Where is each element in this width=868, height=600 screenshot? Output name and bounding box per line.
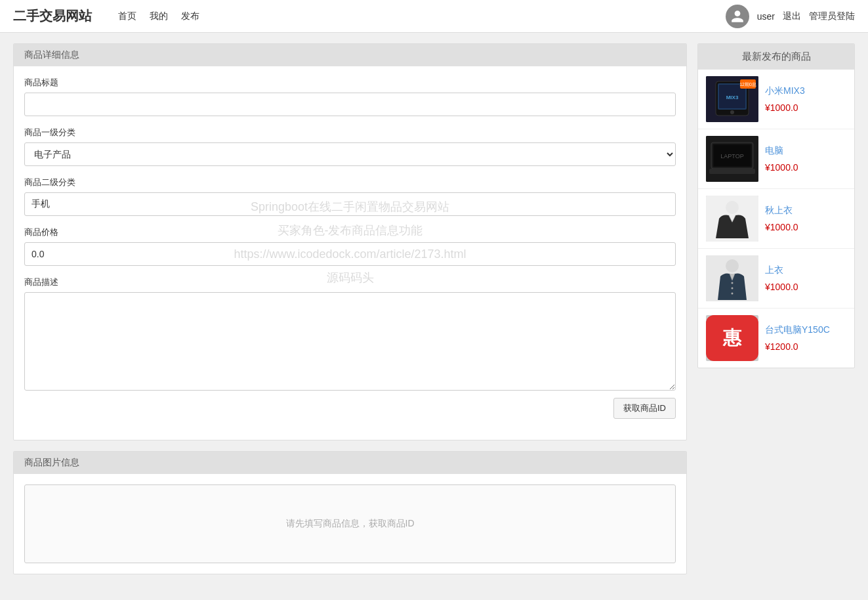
hui-icon: 惠 <box>706 315 758 361</box>
main-nav: 首页 我的 发布 <box>118 11 199 22</box>
svg-point-5 <box>730 110 734 114</box>
desc-textarea[interactable] <box>24 292 676 391</box>
price-group: 商品价格 <box>24 226 676 266</box>
title-group: 商品标题 <box>24 77 676 116</box>
image-section: 商品图片信息 请先填写商品信息，获取商品ID <box>13 451 687 574</box>
product-info: 台式电脑Y150C ¥1200.0 <box>765 324 846 352</box>
list-item[interactable]: 惠 台式电脑Y150C ¥1200.0 <box>698 309 854 368</box>
get-id-button[interactable]: 获取商品ID <box>613 398 676 419</box>
product-thumb-jacket <box>706 196 758 242</box>
desc-label: 商品描述 <box>24 276 676 288</box>
admin-login-link[interactable]: 管理员登陆 <box>809 11 855 22</box>
price-label: 商品价格 <box>24 226 676 238</box>
image-upload-area[interactable]: 请先填写商品信息，获取商品ID <box>24 484 676 563</box>
product-price: ¥1200.0 <box>765 341 846 352</box>
product-price: ¥1000.0 <box>765 222 846 232</box>
product-price: ¥1000.0 <box>765 162 846 173</box>
nav-publish[interactable]: 发布 <box>181 11 199 22</box>
svg-rect-12 <box>709 169 755 174</box>
product-list: MIX3 12期0息 小米MIX3 ¥1000.0 <box>698 70 854 368</box>
list-item[interactable]: MIX3 12期0息 小米MIX3 ¥1000.0 <box>698 70 854 129</box>
product-name: 小米MIX3 <box>765 85 846 97</box>
nav-mine[interactable]: 我的 <box>150 11 168 22</box>
site-logo: 二手交易网站 <box>13 7 92 25</box>
category1-group: 商品一级分类 电子产品 服装 家具 其他 <box>24 127 676 166</box>
image-placeholder: 请先填写商品信息，获取商品ID <box>286 518 415 530</box>
list-item[interactable]: 上衣 ¥1000.0 <box>698 249 854 309</box>
svg-point-17 <box>726 259 739 272</box>
category2-label: 商品二级分类 <box>24 177 676 188</box>
svg-text:LAPTOP: LAPTOP <box>720 153 743 160</box>
image-section-title: 商品图片信息 <box>14 452 686 474</box>
product-thumb-coat <box>706 255 758 301</box>
avatar <box>726 5 749 28</box>
svg-text:MIX3: MIX3 <box>726 95 739 100</box>
category1-label: 商品一级分类 <box>24 127 676 139</box>
product-thumb-laptop: LAPTOP <box>706 136 758 182</box>
product-detail-body: Springboot在线二手闲置物品交易网站 买家角色-发布商品信息功能 htt… <box>14 66 686 440</box>
left-panel: 商品详细信息 Springboot在线二手闲置物品交易网站 买家角色-发布商品信… <box>13 43 687 574</box>
product-name: 电脑 <box>765 145 846 157</box>
product-name: 台式电脑Y150C <box>765 324 846 336</box>
svg-point-15 <box>726 201 739 214</box>
product-detail-section: 商品详细信息 Springboot在线二手闲置物品交易网站 买家角色-发布商品信… <box>13 43 687 440</box>
title-label: 商品标题 <box>24 77 676 89</box>
product-thumb-hui: 惠 <box>706 315 758 361</box>
product-thumb-xiaomi: MIX3 12期0息 <box>706 76 758 122</box>
svg-text:12期0息: 12期0息 <box>739 82 756 87</box>
category1-select[interactable]: 电子产品 服装 家具 其他 <box>24 142 676 166</box>
svg-point-19 <box>732 288 734 289</box>
image-section-body: 请先填写商品信息，获取商品ID <box>14 474 686 574</box>
svg-point-20 <box>732 293 734 295</box>
right-panel: 最新发布的商品 MIX3 12期0 <box>697 43 855 574</box>
logout-link[interactable]: 退出 <box>783 11 801 22</box>
product-info: 秋上衣 ¥1000.0 <box>765 205 846 232</box>
sidebar-title: 最新发布的商品 <box>698 44 854 70</box>
username: user <box>757 11 775 22</box>
product-name: 秋上衣 <box>765 205 846 217</box>
main-container: 商品详细信息 Springboot在线二手闲置物品交易网站 买家角色-发布商品信… <box>0 33 868 585</box>
nav-home[interactable]: 首页 <box>118 11 136 22</box>
product-info: 小米MIX3 ¥1000.0 <box>765 85 846 113</box>
svg-point-18 <box>732 282 734 284</box>
list-item[interactable]: LAPTOP 电脑 ¥1000.0 <box>698 129 854 189</box>
product-name: 上衣 <box>765 265 846 276</box>
sidebar-section: 最新发布的商品 MIX3 12期0 <box>697 43 855 368</box>
title-input[interactable] <box>24 93 676 116</box>
header-right: user 退出 管理员登陆 <box>726 5 855 28</box>
header: 二手交易网站 首页 我的 发布 user 退出 管理员登陆 <box>0 0 868 33</box>
product-detail-title: 商品详细信息 <box>14 44 686 66</box>
desc-group: 商品描述 获取商品ID <box>24 276 676 419</box>
product-price: ¥1000.0 <box>765 282 846 292</box>
product-info: 电脑 ¥1000.0 <box>765 145 846 173</box>
product-info: 上衣 ¥1000.0 <box>765 265 846 292</box>
list-item[interactable]: 秋上衣 ¥1000.0 <box>698 189 854 249</box>
category2-group: 商品二级分类 <box>24 177 676 216</box>
category2-input[interactable] <box>24 192 676 216</box>
product-price: ¥1000.0 <box>765 102 846 113</box>
price-input[interactable] <box>24 242 676 266</box>
